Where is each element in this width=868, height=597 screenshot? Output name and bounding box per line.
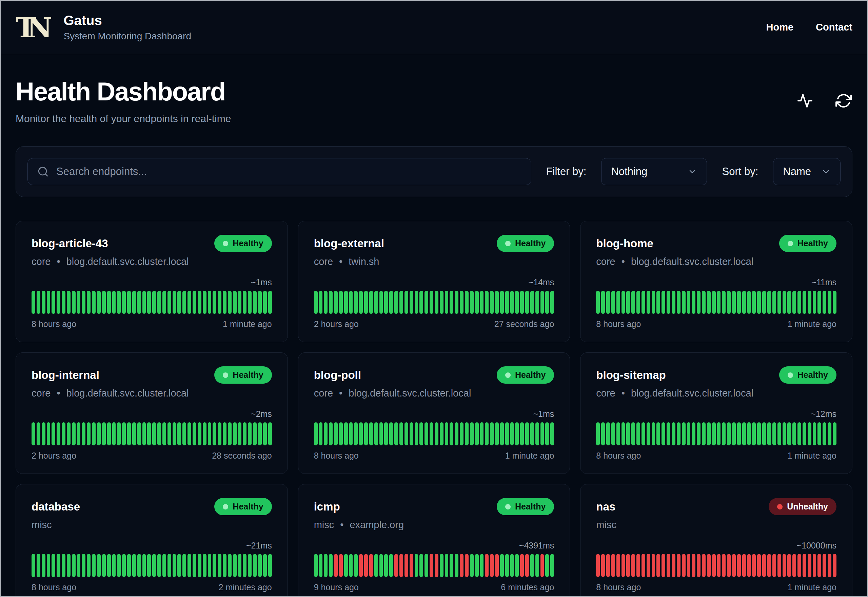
history-bar[interactable] [828,422,831,446]
history-bar[interactable] [31,291,35,314]
history-bar[interactable] [122,291,126,314]
history-bar[interactable] [596,422,600,446]
history-bar[interactable] [455,291,458,314]
history-bar[interactable] [752,291,756,314]
history-bar[interactable] [530,554,534,577]
history-bar[interactable] [314,422,318,446]
history-bar[interactable] [369,291,373,314]
history-bar[interactable] [822,422,826,446]
history-bar[interactable] [672,291,675,314]
history-bar[interactable] [550,291,554,314]
history-bar[interactable] [92,422,96,446]
history-bar[interactable] [37,554,40,577]
history-bar[interactable] [77,291,81,314]
history-bar[interactable] [662,291,665,314]
history-bar[interactable] [243,291,246,314]
endpoint-card[interactable]: database Healthy misc ~21ms 8 hours ago … [16,484,288,597]
history-bar[interactable] [520,422,524,446]
history-bar[interactable] [435,422,438,446]
history-bar[interactable] [520,291,524,314]
history-bar[interactable] [677,422,680,446]
history-bar[interactable] [374,291,378,314]
history-bar[interactable] [188,422,191,446]
history-bar[interactable] [404,422,408,446]
history-bar[interactable] [127,291,131,314]
history-bar[interactable] [687,291,691,314]
history-bar[interactable] [747,422,751,446]
history-bar[interactable] [415,291,418,314]
history-bar[interactable] [349,422,353,446]
history-bar[interactable] [828,554,831,577]
history-bar[interactable] [47,422,50,446]
history-bar[interactable] [268,291,272,314]
history-bar[interactable] [818,291,821,314]
history-bar[interactable] [97,422,101,446]
activity-icon[interactable] [796,92,814,110]
history-bar[interactable] [193,422,196,446]
history-bar[interactable] [652,554,655,577]
history-bar[interactable] [329,422,333,446]
history-bar[interactable] [147,291,151,314]
history-bar[interactable] [430,554,433,577]
history-bar[interactable] [233,554,237,577]
history-bar[interactable] [687,422,691,446]
history-bar[interactable] [198,291,201,314]
history-bar[interactable] [631,291,635,314]
history-bar[interactable] [702,422,706,446]
history-bar[interactable] [797,291,801,314]
history-bar[interactable] [430,422,433,446]
history-bar[interactable] [334,422,338,446]
history-bar[interactable] [622,554,625,577]
history-bar[interactable] [203,422,206,446]
history-bar[interactable] [162,422,166,446]
history-bar[interactable] [233,422,237,446]
history-bar[interactable] [525,291,529,314]
history-bar[interactable] [822,554,826,577]
history-bar[interactable] [611,554,615,577]
history-bar[interactable] [208,291,212,314]
history-bar[interactable] [803,554,806,577]
history-bar[interactable] [263,291,267,314]
nav-link-home[interactable]: Home [766,22,793,33]
history-bar[interactable] [359,554,363,577]
history-bar[interactable] [415,422,418,446]
history-bar[interactable] [692,291,695,314]
history-bar[interactable] [177,554,181,577]
history-bar[interactable] [142,554,146,577]
history-bar[interactable] [223,554,227,577]
history-bar[interactable] [445,554,449,577]
history-bar[interactable] [177,291,181,314]
history-bar[interactable] [460,291,464,314]
history-bar[interactable] [72,291,76,314]
history-bar[interactable] [490,554,494,577]
history-bar[interactable] [722,422,726,446]
history-bar[interactable] [167,291,171,314]
history-bar[interactable] [399,422,403,446]
history-bar[interactable] [203,291,206,314]
history-bar[interactable] [364,291,368,314]
history-bar[interactable] [717,554,721,577]
history-bar[interactable] [742,554,746,577]
history-bar[interactable] [495,422,499,446]
history-bar[interactable] [238,554,242,577]
history-bar[interactable] [167,422,171,446]
history-bar[interactable] [652,422,655,446]
history-bar[interactable] [550,422,554,446]
history-bar[interactable] [455,554,458,577]
history-bar[interactable] [37,422,40,446]
history-bar[interactable] [545,422,549,446]
history-bar[interactable] [692,554,695,577]
history-bar[interactable] [525,422,529,446]
history-bar[interactable] [52,291,55,314]
history-bar[interactable] [354,554,358,577]
history-bar[interactable] [480,291,484,314]
history-bar[interactable] [636,291,640,314]
history-bar[interactable] [828,291,831,314]
history-bar[interactable] [117,422,121,446]
history-bar[interactable] [541,554,544,577]
history-bar[interactable] [465,554,469,577]
history-bar[interactable] [803,422,806,446]
history-bar[interactable] [647,291,650,314]
history-bar[interactable] [314,554,318,577]
endpoint-card[interactable]: nas Unhealthy misc ~10000ms 8 hours ago … [580,484,852,597]
